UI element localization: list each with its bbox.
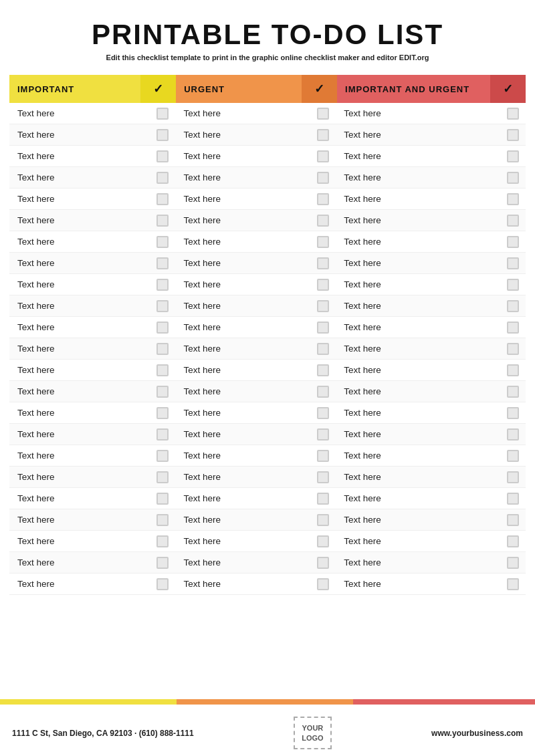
cell-imp-urgent-text[interactable]: Text here — [336, 424, 500, 445]
cell-urgent-text[interactable]: Text here — [175, 146, 310, 166]
checkbox[interactable] — [317, 557, 329, 569]
cell-important-text[interactable]: Text here — [9, 253, 150, 273]
cell-imp-urgent-check[interactable] — [500, 402, 526, 423]
checkbox[interactable] — [317, 578, 329, 590]
cell-imp-urgent-check[interactable] — [500, 317, 526, 338]
cell-urgent-text[interactable]: Text here — [175, 231, 310, 252]
cell-important-check[interactable] — [150, 146, 176, 166]
cell-urgent-text[interactable]: Text here — [175, 103, 310, 124]
cell-important-text[interactable]: Text here — [9, 574, 150, 594]
checkbox[interactable] — [507, 172, 519, 184]
cell-important-check[interactable] — [150, 509, 176, 530]
cell-imp-urgent-check[interactable] — [500, 295, 526, 316]
checkbox[interactable] — [507, 343, 519, 355]
checkbox[interactable] — [156, 257, 169, 269]
cell-urgent-text[interactable]: Text here — [175, 381, 310, 402]
cell-important-text[interactable]: Text here — [9, 488, 150, 509]
checkbox[interactable] — [317, 193, 329, 205]
checkbox[interactable] — [156, 493, 169, 505]
checkbox[interactable] — [507, 493, 519, 505]
cell-important-check[interactable] — [150, 295, 176, 316]
checkbox[interactable] — [317, 386, 329, 398]
cell-important-check[interactable] — [150, 210, 176, 231]
cell-urgent-check[interactable] — [310, 360, 336, 380]
checkbox[interactable] — [317, 343, 329, 355]
cell-urgent-check[interactable] — [310, 381, 336, 402]
cell-important-text[interactable]: Text here — [9, 360, 150, 380]
cell-important-text[interactable]: Text here — [9, 295, 150, 316]
checkbox[interactable] — [507, 279, 519, 291]
checkbox[interactable] — [317, 129, 329, 141]
cell-imp-urgent-text[interactable]: Text here — [336, 338, 500, 359]
checkbox[interactable] — [507, 514, 519, 526]
checkbox[interactable] — [317, 471, 329, 483]
checkbox[interactable] — [317, 108, 329, 120]
checkbox[interactable] — [156, 193, 169, 205]
checkbox[interactable] — [317, 493, 329, 505]
cell-urgent-text[interactable]: Text here — [175, 445, 310, 466]
checkbox[interactable] — [156, 300, 169, 312]
checkbox[interactable] — [507, 322, 519, 334]
cell-important-text[interactable]: Text here — [9, 188, 150, 209]
checkbox[interactable] — [317, 172, 329, 184]
cell-urgent-check[interactable] — [310, 552, 336, 573]
cell-important-check[interactable] — [150, 317, 176, 338]
checkbox[interactable] — [156, 557, 169, 569]
cell-imp-urgent-check[interactable] — [500, 574, 526, 594]
checkbox[interactable] — [507, 215, 519, 227]
cell-important-text[interactable]: Text here — [9, 552, 150, 573]
cell-important-check[interactable] — [150, 103, 176, 124]
checkbox[interactable] — [507, 257, 519, 269]
cell-important-text[interactable]: Text here — [9, 402, 150, 423]
cell-imp-urgent-check[interactable] — [500, 531, 526, 551]
checkbox[interactable] — [507, 300, 519, 312]
checkbox[interactable] — [507, 236, 519, 248]
checkbox[interactable] — [156, 386, 169, 398]
cell-important-text[interactable]: Text here — [9, 274, 150, 295]
cell-imp-urgent-text[interactable]: Text here — [336, 445, 500, 466]
checkbox[interactable] — [156, 471, 169, 483]
checkbox[interactable] — [507, 364, 519, 376]
cell-urgent-check[interactable] — [310, 467, 336, 487]
checkbox[interactable] — [317, 300, 329, 312]
checkbox[interactable] — [507, 193, 519, 205]
cell-imp-urgent-text[interactable]: Text here — [336, 509, 500, 530]
cell-imp-urgent-text[interactable]: Text here — [336, 274, 500, 295]
cell-urgent-text[interactable]: Text here — [175, 467, 310, 487]
cell-important-text[interactable]: Text here — [9, 124, 150, 145]
cell-imp-urgent-text[interactable]: Text here — [336, 188, 500, 209]
cell-imp-urgent-check[interactable] — [500, 424, 526, 445]
cell-important-text[interactable]: Text here — [9, 338, 150, 359]
cell-urgent-text[interactable]: Text here — [175, 531, 310, 551]
cell-important-text[interactable]: Text here — [9, 317, 150, 338]
cell-imp-urgent-check[interactable] — [500, 488, 526, 509]
cell-important-check[interactable] — [150, 381, 176, 402]
cell-imp-urgent-text[interactable]: Text here — [336, 167, 500, 188]
cell-important-check[interactable] — [150, 402, 176, 423]
cell-important-check[interactable] — [150, 124, 176, 145]
cell-urgent-check[interactable] — [310, 210, 336, 231]
cell-imp-urgent-check[interactable] — [500, 274, 526, 295]
checkbox[interactable] — [317, 150, 329, 162]
cell-urgent-check[interactable] — [310, 231, 336, 252]
cell-urgent-text[interactable]: Text here — [175, 488, 310, 509]
cell-imp-urgent-check[interactable] — [500, 467, 526, 487]
cell-urgent-text[interactable]: Text here — [175, 295, 310, 316]
checkbox[interactable] — [156, 364, 169, 376]
cell-urgent-text[interactable]: Text here — [175, 124, 310, 145]
cell-important-text[interactable]: Text here — [9, 381, 150, 402]
cell-imp-urgent-text[interactable]: Text here — [336, 253, 500, 273]
checkbox[interactable] — [507, 535, 519, 547]
cell-important-check[interactable] — [150, 445, 176, 466]
cell-important-text[interactable]: Text here — [9, 531, 150, 551]
cell-imp-urgent-check[interactable] — [500, 188, 526, 209]
cell-imp-urgent-text[interactable]: Text here — [336, 381, 500, 402]
cell-imp-urgent-text[interactable]: Text here — [336, 210, 500, 231]
checkbox[interactable] — [507, 108, 519, 120]
checkbox[interactable] — [317, 514, 329, 526]
cell-urgent-check[interactable] — [310, 124, 336, 145]
cell-urgent-check[interactable] — [310, 531, 336, 551]
checkbox[interactable] — [317, 364, 329, 376]
cell-urgent-text[interactable]: Text here — [175, 509, 310, 530]
checkbox[interactable] — [317, 450, 329, 462]
